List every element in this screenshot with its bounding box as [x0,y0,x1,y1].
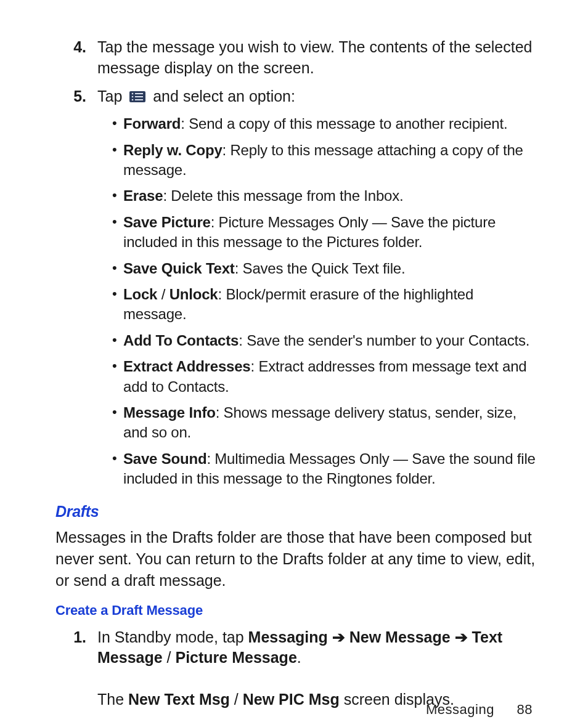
bullet-text: Erase: Delete this message from the Inbo… [123,186,539,206]
list-item: • Lock / Unlock: Block/permit erasure of… [112,285,539,325]
svg-point-1 [132,92,134,94]
list-item: • Reply w. Copy: Reply to this message a… [112,140,539,180]
menu-list-icon [129,91,146,103]
bullet-text: Extract Addresses: Extract addresses fro… [123,357,539,397]
bullet-text: Forward: Send a copy of this message to … [123,114,539,134]
bullet-text: Reply w. Copy: Reply to this message att… [123,140,539,180]
list-item: • Extract Addresses: Extract addresses f… [112,357,539,397]
list-item: • Save Picture: Picture Messages Only — … [112,213,539,253]
page-footer: Messaging 88 [426,702,533,718]
step-number: 5. [55,86,97,107]
section-heading-drafts: Drafts [55,503,539,521]
bullet-marker: • [112,357,123,375]
bullet-marker: • [112,140,123,159]
bullet-marker: • [112,285,123,303]
bullet-text: Save Quick Text: Saves the Quick Text fi… [123,259,539,278]
bullet-text: Save Picture: Picture Messages Only — Sa… [123,213,539,253]
svg-rect-2 [135,93,143,94]
text-after-icon: and select an option: [153,87,295,105]
bullet-marker: • [112,449,123,468]
list-item: • Save Sound: Multimedia Messages Only —… [112,449,539,489]
step-number: 1. [55,627,97,648]
page-number: 88 [517,702,533,717]
step-text: Tap and select an option: [97,86,539,107]
drafts-intro-text: Messages in the Drafts folder are those … [55,527,539,591]
bullet-marker: • [112,331,123,349]
ordered-step-4: 4. Tap the message you wish to view. The… [55,37,539,79]
bullet-text: Lock / Unlock: Block/permit erasure of t… [123,285,539,325]
list-item: • Message Info: Shows message delivery s… [112,403,539,443]
step-text: In Standby mode, tap Messaging ➔ New Mes… [97,627,539,710]
subsection-heading-create-draft: Create a Draft Message [55,602,539,619]
options-bullet-list: • Forward: Send a copy of this message t… [55,114,539,489]
list-item: • Add To Contacts: Save the sender's num… [112,331,539,351]
footer-section-name: Messaging [426,702,494,717]
ordered-step-5: 5. Tap and select an option: [55,86,539,107]
svg-rect-6 [135,99,143,100]
step-number: 4. [55,37,97,58]
step-text: Tap the message you wish to view. The co… [97,37,539,79]
bullet-marker: • [112,403,123,421]
list-item: • Erase: Delete this message from the In… [112,186,539,206]
bullet-text: Add To Contacts: Save the sender's numbe… [123,331,539,351]
list-item: • Forward: Send a copy of this message t… [112,114,539,134]
bullet-marker: • [112,213,123,231]
list-item: • Save Quick Text: Saves the Quick Text … [112,259,539,278]
ordered-step-1: 1. In Standby mode, tap Messaging ➔ New … [55,627,539,710]
svg-rect-4 [135,96,143,97]
bullet-marker: • [112,114,123,132]
bullet-marker: • [112,259,123,277]
text-before-icon: Tap [97,87,126,105]
bullet-marker: • [112,186,123,205]
bullet-text: Message Info: Shows message delivery sta… [123,403,539,443]
bullet-text: Save Sound: Multimedia Messages Only — S… [123,449,539,489]
svg-point-5 [132,99,134,100]
manual-page: 4. Tap the message you wish to view. The… [0,0,588,722]
svg-point-3 [132,95,134,97]
